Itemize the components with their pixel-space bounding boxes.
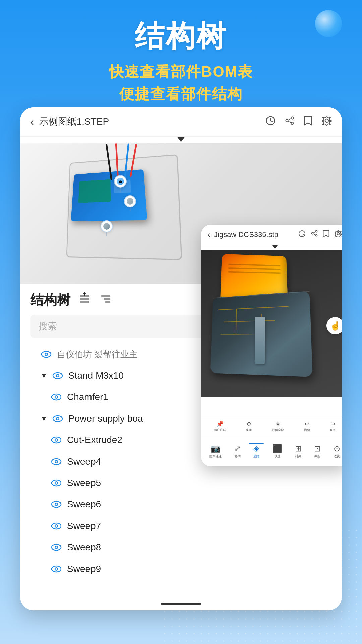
tree-item-label: Power supply boa [68, 413, 143, 424]
eye-icon [50, 455, 62, 468]
expand-arrow[interactable]: ▼ [40, 414, 50, 423]
subtitle-line2: 便捷查看部件结构 [13, 83, 349, 105]
toolbar-item-annotate[interactable]: 📌 标注注释 [214, 420, 226, 432]
float-dropdown-indicator [272, 245, 278, 249]
eye-icon [50, 498, 62, 511]
collapse-all-button[interactable] [99, 292, 112, 308]
tree-item-label: Stand M3x10 [68, 370, 124, 381]
eye-icon [40, 348, 52, 360]
eye-icon [52, 413, 64, 425]
tree-item-label: Sweep8 [67, 542, 101, 553]
tree-item[interactable]: Sweep8 [30, 537, 332, 558]
home-indicator [161, 603, 201, 605]
nav-bar: ‹ 示例图纸1.STEP [20, 107, 342, 137]
tree-item-label: Sweep5 [67, 478, 101, 488]
svg-point-33 [56, 482, 57, 484]
eye-icon [50, 563, 62, 575]
tree-item-label: 自仪伯坊 裂帮往业主 [57, 348, 138, 360]
svg-line-51 [313, 234, 316, 235]
bookmark-icon[interactable] [304, 116, 312, 128]
pin-marker-1: 🏔 [114, 175, 127, 193]
float-nav-icons [298, 230, 342, 239]
svg-point-2 [286, 119, 288, 122]
history-icon[interactable] [265, 116, 276, 128]
tree-item-label: Chamfer1 [67, 392, 108, 402]
svg-point-15 [46, 354, 47, 355]
float-history-icon[interactable] [298, 230, 306, 239]
main-card: ‹ 示例图纸1.STEP [20, 107, 342, 610]
toolbar-bottom-more[interactable]: ⊙ 收拢 [334, 444, 340, 459]
float-nav-back-button[interactable]: ‹ [208, 230, 210, 239]
svg-point-48 [312, 233, 313, 234]
tree-item[interactable]: Sweep7 [30, 515, 332, 537]
tree-item[interactable]: Sweep9 [30, 558, 332, 580]
float-bookmark-icon[interactable] [323, 230, 329, 239]
expand-all-button[interactable] [78, 292, 91, 308]
toolbar-bottom-section[interactable]: ◈ 显隐 [253, 444, 259, 459]
svg-point-39 [56, 525, 57, 527]
float-nav-bar: ‹ Jigsaw DCS335.stp [201, 225, 342, 245]
svg-point-27 [56, 439, 57, 441]
svg-point-18 [57, 375, 59, 377]
toolbar-item-move[interactable]: ✥ 移动 [246, 420, 252, 432]
tree-item[interactable]: Sweep5 [30, 472, 332, 494]
float-settings-icon[interactable] [335, 230, 342, 239]
svg-line-50 [313, 232, 316, 233]
svg-point-42 [56, 547, 57, 548]
subtitle-line1: 快速查看部件BOM表 [13, 61, 349, 83]
svg-point-21 [56, 396, 57, 398]
toolbar-bottom-screenshot[interactable]: 📷 图高注注 [209, 444, 222, 459]
eye-icon [50, 520, 62, 532]
nav-back-button[interactable]: ‹ [30, 116, 34, 128]
page-subtitle: 快速查看部件BOM表 便捷查看部件结构 [13, 61, 349, 105]
float-toolbar-top: 📌 标注注释 ✥ 移动 ◈ 显然全部 ↩ 撤销 ↪ 恢复 [201, 416, 342, 436]
expand-arrow[interactable]: ▼ [40, 371, 50, 380]
float-toolbar-bottom: 📷 图高注注 ⤢ 移动 ◈ 显隐 ⬛ 录屏 ⊞ 排列 ⊡ 截图 [201, 436, 342, 466]
float-nav-title: Jigsaw DCS335.stp [214, 230, 298, 239]
settings-icon[interactable] [322, 116, 332, 128]
eye-icon [50, 434, 62, 446]
svg-point-1 [291, 117, 294, 119]
nav-icons [265, 116, 332, 128]
toolbar-bottom-move[interactable]: ⤢ 移动 [234, 444, 241, 459]
float-3d-viewport[interactable]: ☝ [201, 250, 342, 397]
svg-line-4 [288, 118, 291, 120]
svg-line-5 [288, 121, 291, 123]
touch-mode-button[interactable]: ☝ [326, 317, 342, 334]
jigsaw-blade [255, 317, 265, 364]
eye-icon [50, 541, 62, 553]
share-icon[interactable] [285, 116, 294, 128]
svg-point-24 [57, 418, 59, 420]
float-card: ‹ Jigsaw DCS335.stp [201, 225, 342, 466]
svg-point-6 [325, 119, 328, 122]
nav-title: 示例图纸1.STEP [39, 115, 265, 128]
toolbar-item-redo[interactable]: ↪ 恢复 [330, 420, 336, 432]
tree-item-label: Sweep7 [67, 521, 101, 531]
tree-item-label: Cut-Extrude2 [67, 435, 122, 445]
eye-icon [50, 391, 62, 403]
search-placeholder: 搜索 [38, 321, 57, 331]
tree-title: 结构树 [30, 291, 70, 309]
toolbar-bottom-arrange[interactable]: ⊞ 排列 [295, 444, 302, 459]
svg-point-3 [291, 122, 294, 124]
toolbar-item-undo[interactable]: ↩ 撤销 [304, 420, 310, 432]
float-share-icon[interactable] [311, 230, 318, 239]
toolbar-item-section[interactable]: ◈ 显然全部 [272, 420, 284, 432]
svg-point-49 [316, 235, 317, 236]
dropdown-indicator [177, 137, 185, 142]
toolbar-bottom-crop[interactable]: ⊡ 截图 [314, 444, 321, 459]
eye-icon [50, 477, 62, 489]
tree-item-label: Sweep9 [67, 564, 101, 574]
tree-item-label: Sweep4 [67, 456, 101, 467]
svg-point-47 [316, 231, 317, 232]
toolbar-bottom-record[interactable]: ⬛ 录屏 [272, 444, 282, 459]
svg-point-45 [56, 568, 57, 570]
svg-point-30 [56, 461, 57, 463]
tree-item[interactable]: Sweep6 [30, 494, 332, 515]
page-title: 结构树 [13, 20, 349, 53]
svg-point-52 [337, 233, 340, 235]
tree-item-label: Sweep6 [67, 499, 101, 510]
pin-marker-2 [124, 195, 136, 211]
eye-icon [52, 370, 64, 382]
svg-point-36 [56, 504, 57, 505]
